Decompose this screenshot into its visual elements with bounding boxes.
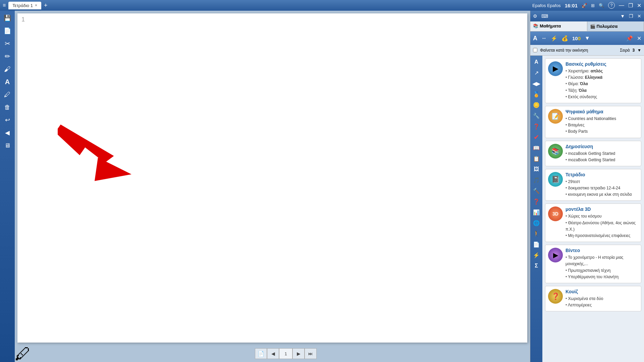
panel-person-btn[interactable]: 🚶 [531, 229, 541, 239]
help-icon[interactable]: ? [608, 2, 615, 9]
panel-music-btn[interactable]: 🎵 [531, 175, 541, 185]
panel-chart-btn[interactable]: 📊 [531, 207, 541, 217]
panel-text-btn[interactable]: A [531, 57, 541, 67]
main-area: 💾 📄 ✂ ✏ 🖌 A 🖊 🗑 ↩ ◀ 🖥 1 [0, 11, 644, 362]
pub-item-2: mozaBook Getting Started [566, 157, 638, 163]
search-icon[interactable]: 🔍 [599, 3, 604, 8]
restore-btn[interactable]: ❐ [628, 2, 633, 9]
coin-icon[interactable]: 💰 [560, 35, 570, 42]
panel-help-btn[interactable]: ❓ [531, 121, 541, 131]
next-page-btn[interactable]: ▶ [292, 348, 305, 359]
tab-mathimata[interactable]: 📚 Μαθήματα [530, 21, 587, 31]
text-btn[interactable]: A [1, 76, 13, 88]
nb-item-3: κινουμενη εικονα με κλικ στη σελιδα [566, 191, 638, 198]
arrow-left-btn[interactable]: ◀ [1, 127, 13, 139]
rocket-icon[interactable]: 🚀 [582, 3, 587, 8]
3d-item-3: Μη-προσανατολισμένες επιφάνειες [566, 233, 638, 239]
app-icon: ≡ [3, 2, 6, 8]
mathimata-label: Μαθήματα [540, 23, 561, 28]
video-title: Βίντεο [566, 248, 638, 253]
red-arrow [58, 114, 131, 181]
minimize-btn[interactable]: — [619, 2, 624, 8]
video-body: Βίντεο Το χρονόμετρο - Η ιστορία μιας μο… [566, 248, 638, 280]
series-dropdown[interactable]: ▼ [637, 48, 641, 53]
panel-image-btn[interactable]: 🖼 [531, 164, 541, 174]
digital-item-2: Βιταμίνες [566, 122, 638, 128]
panel-toolbar: A ↔ ⚡ 💰 100 ▼ 📌 ✕ [530, 32, 644, 45]
panel-sum-btn[interactable]: Σ [531, 261, 541, 271]
panel-wrench-btn[interactable]: 🔧 [531, 111, 541, 121]
draw-btn[interactable]: ✏ [1, 50, 13, 62]
panel-restore-btn[interactable]: ❐ [628, 13, 635, 19]
panel-tool-btn[interactable]: 🔨 [531, 186, 541, 196]
basics-item-5: Εκτός σύνδεσης [566, 94, 638, 100]
pen-btn[interactable]: 🖊 [1, 88, 13, 101]
tab-polymesa[interactable]: 🎬 Πολυμέσα [587, 21, 644, 31]
flash-icon[interactable]: ⚡ [549, 35, 559, 42]
score-dropdown[interactable]: ▼ [583, 35, 591, 42]
dropdown-arrow[interactable]: ▼ [619, 13, 626, 19]
panel-globe-btn[interactable]: 🌐 [531, 218, 541, 228]
canvas-page: 1 [17, 13, 527, 343]
video-item-3: Υπερθέρμανση του πλανήτη [566, 274, 638, 280]
save-btn[interactable]: 💾 [1, 12, 13, 24]
brush-btn[interactable]: 🖌 [1, 63, 13, 75]
pin-icon[interactable]: 📌 [625, 35, 634, 42]
3d-title: μοντέλα 3D [566, 206, 638, 212]
delete-btn[interactable]: 🗑 [1, 101, 13, 113]
nb-item-2: δοκιμαστικο τετραδιο 12-4-24 [566, 185, 638, 191]
panel-coin-btn[interactable]: 🪙 [531, 100, 541, 110]
undo-btn[interactable]: ↩ [1, 114, 13, 126]
font-icon[interactable]: A [532, 34, 539, 43]
score-value: 100 [571, 35, 582, 42]
digital-icon: 📝 [548, 109, 563, 124]
panel-main: A ↗ ◀▶ 🏅 🪙 🔧 ❓ ✔ 📖 📋 🖼 🎵 🔨 ❓ 📊 🌐 🚶 📄 ⚡ [530, 56, 644, 362]
panel-quiz-btn[interactable]: ❓ [531, 196, 541, 206]
publication-body: Δημοσίευση mozaBook Getting Started moza… [566, 144, 638, 163]
right-panel: ⚙ ⌨ ▼ ❐ ✕ 📚 Μαθήματα 🎬 Πολυμέσα A ↔ ⚡ 💰 … [530, 11, 644, 362]
basics-item-4: Τάξη: Όλα [566, 87, 638, 94]
panel-close-btn[interactable]: ✕ [636, 13, 643, 19]
basics-icon: ▶ [548, 61, 563, 76]
basics-body: Βασικές ρυθμίσεις Χειριστήριο: απλός Γλώ… [566, 61, 638, 100]
panel-list-btn[interactable]: 📋 [531, 154, 541, 164]
quiz-item-2: Λεπτομέρειες [566, 302, 638, 308]
show-at-start-checkbox[interactable] [533, 48, 537, 52]
panel-flash-btn[interactable]: ⚡ [531, 250, 541, 260]
panel-select-btn[interactable]: ↗ [531, 68, 541, 78]
panel-book-btn[interactable]: 📖 [531, 143, 541, 153]
series-label: Σειρά [620, 48, 630, 53]
last-page-btn[interactable]: ⏭ [305, 348, 317, 359]
left-toolbar: 💾 📄 ✂ ✏ 🖌 A 🖊 🗑 ↩ ◀ 🖥 [0, 11, 15, 362]
digital-title: Ψηφιακό μάθημα [566, 109, 638, 114]
quiz-icon: ❓ [548, 289, 563, 304]
new-tab-btn[interactable]: + [44, 2, 48, 9]
prev-page-btn[interactable]: ◀ [267, 348, 279, 359]
section-notebook: 📓 Τετράδιο 29τεστ δοκιμαστικο τετραδιο 1… [545, 169, 641, 201]
panel-page-btn[interactable]: 📄 [531, 239, 541, 249]
active-tab[interactable]: Τετράδιο 1 × [8, 2, 41, 9]
keyboard-icon[interactable]: ⌨ [540, 13, 549, 19]
canvas-bottom: 🖊 📄 ◀ 1 ▶ ⏭ [15, 345, 530, 362]
basics-title: Βασικές ρυθμίσεις [566, 61, 638, 67]
clock: 16:01 [565, 3, 578, 8]
settings-icon[interactable]: ⚙ [532, 13, 539, 19]
tab-close-btn[interactable]: × [35, 3, 37, 8]
cut-btn[interactable]: ✂ [1, 38, 13, 50]
digital-item-3: Body Parts [566, 128, 638, 135]
publication-title: Δημοσίευση [566, 144, 638, 149]
panel-medal-btn[interactable]: 🏅 [531, 89, 541, 99]
quiz-title: Κουίζ [566, 289, 638, 294]
section-video: ▶ Βίντεο Το χρονόμετρο - Η ιστορία μιας … [545, 245, 641, 283]
panel-nav-btn[interactable]: ◀▶ [531, 78, 541, 88]
new-doc-btn[interactable]: 📄 [1, 25, 13, 37]
close-btn[interactable]: ✕ [637, 2, 641, 9]
panel-check-btn[interactable]: ✔ [531, 132, 541, 142]
series-value: 3 [632, 48, 635, 53]
screen-btn[interactable]: 🖥 [1, 139, 13, 152]
grid-icon[interactable]: ⊞ [591, 3, 595, 8]
nb-item-1: 29τεστ [566, 179, 638, 185]
arrow-icon[interactable]: ↔ [540, 35, 548, 42]
close-icon[interactable]: ✕ [636, 35, 643, 42]
page-icon-btn[interactable]: 📄 [255, 348, 267, 359]
